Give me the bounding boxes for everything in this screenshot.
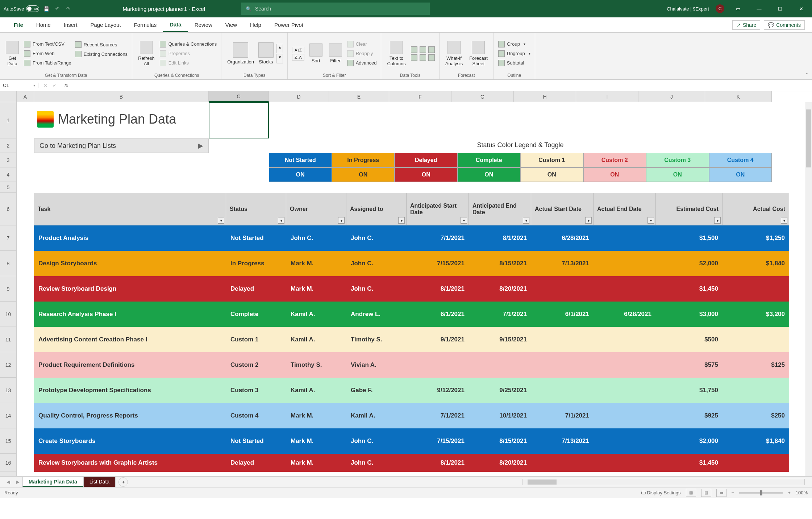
table-cell[interactable]: 8/15/2021: [469, 428, 531, 454]
table-header[interactable]: Task▾: [34, 193, 226, 225]
fx-icon[interactable]: fx: [62, 83, 71, 88]
legend-toggle[interactable]: ON: [520, 167, 583, 182]
table-row[interactable]: Design StoryboardsIn ProgressMark M.John…: [34, 251, 789, 276]
table-cell[interactable]: Timothy S.: [346, 327, 407, 352]
row-header-1[interactable]: 1: [0, 102, 16, 138]
table-cell[interactable]: $575: [656, 352, 723, 378]
table-row[interactable]: Research Analysis Phase ICompleteKamil A…: [34, 302, 789, 327]
filter-dropdown-icon[interactable]: ▾: [781, 217, 787, 224]
col-header-D[interactable]: D: [269, 91, 329, 102]
table-cell[interactable]: [594, 352, 656, 378]
save-icon[interactable]: 💾: [43, 5, 50, 12]
legend-toggle[interactable]: ON: [709, 167, 772, 182]
table-header[interactable]: Status▾: [226, 193, 286, 225]
row-header-14[interactable]: 14: [0, 403, 16, 428]
from-web-button[interactable]: From Web: [24, 50, 71, 58]
row-header-12[interactable]: 12: [0, 352, 16, 378]
row-header-13[interactable]: 13: [0, 378, 16, 403]
row-header-2[interactable]: 2: [0, 138, 16, 153]
scroll-thumb[interactable]: [806, 109, 811, 167]
select-all-corner[interactable]: [0, 91, 17, 102]
table-cell[interactable]: 7/1/2021: [531, 403, 594, 428]
page-break-view-icon[interactable]: ▭: [716, 489, 726, 497]
table-cell[interactable]: 9/1/2021: [407, 327, 469, 352]
forecast-sheet-button[interactable]: Forecast Sheet: [468, 40, 489, 68]
table-cell[interactable]: Design Storyboards: [34, 251, 226, 276]
from-table-button[interactable]: From Table/Range: [24, 59, 71, 67]
legend-toggle[interactable]: ON: [332, 167, 395, 182]
user-name[interactable]: Chalaivate | 9Expert: [667, 6, 709, 12]
table-cell[interactable]: Custom 4: [226, 403, 286, 428]
sort-za-button[interactable]: Z↓A: [292, 54, 304, 61]
row-header-5[interactable]: 5: [0, 182, 16, 193]
tab-page-layout[interactable]: Page Layout: [84, 18, 127, 32]
active-cell[interactable]: [209, 102, 269, 138]
carousel-down-icon[interactable]: ▾: [276, 54, 283, 63]
search-input[interactable]: [255, 6, 425, 12]
undo-icon[interactable]: ↶: [54, 5, 61, 12]
subtotal-button[interactable]: Subtotal: [498, 59, 530, 67]
table-cell[interactable]: $125: [723, 352, 789, 378]
table-cell[interactable]: [594, 327, 656, 352]
relationships-icon[interactable]: [420, 54, 426, 61]
zoom-out-icon[interactable]: −: [732, 490, 734, 495]
sheet-tab[interactable]: Marketing Plan Data: [22, 477, 83, 487]
filter-dropdown-icon[interactable]: ▾: [218, 217, 224, 224]
table-row[interactable]: Product Requirement DefinitionsCustom 2T…: [34, 352, 789, 378]
table-row[interactable]: Quality Control, Progress ReportsCustom …: [34, 403, 789, 428]
add-sheet-button[interactable]: ＋: [118, 477, 128, 487]
table-header[interactable]: Actual Cost▾: [723, 193, 789, 225]
row-header-9[interactable]: 9: [0, 276, 16, 302]
table-header[interactable]: Owner▾: [286, 193, 346, 225]
table-cell[interactable]: Product Requirement Definitions: [34, 352, 226, 378]
table-row[interactable]: Create StoryboardsNot StartedMark M.John…: [34, 428, 789, 454]
table-cell[interactable]: John C.: [346, 276, 407, 302]
table-row[interactable]: Review Storyboard DesignDelayedMark M.Jo…: [34, 276, 789, 302]
table-cell[interactable]: 7/13/2021: [531, 251, 594, 276]
carousel-up-icon[interactable]: ▴: [276, 44, 283, 53]
legend-toggle[interactable]: ON: [269, 167, 332, 182]
table-cell[interactable]: Advertising Content Creation Phase I: [34, 327, 226, 352]
table-cell[interactable]: John C.: [286, 225, 346, 251]
sort-button[interactable]: Sort: [308, 42, 324, 65]
table-cell[interactable]: $1,450: [656, 276, 723, 302]
table-cell[interactable]: Create Storyboards: [34, 428, 226, 454]
refresh-all-button[interactable]: Refresh All: [137, 40, 156, 68]
table-cell[interactable]: $3,000: [656, 302, 723, 327]
filter-dropdown-icon[interactable]: ▾: [398, 217, 405, 224]
col-header-A[interactable]: A: [17, 91, 34, 102]
table-cell[interactable]: [594, 454, 656, 472]
table-cell[interactable]: [594, 378, 656, 403]
table-cell[interactable]: Custom 1: [226, 327, 286, 352]
table-cell[interactable]: Delayed: [226, 454, 286, 472]
table-cell[interactable]: [594, 276, 656, 302]
filter-dropdown-icon[interactable]: ▾: [585, 217, 592, 224]
filter-dropdown-icon[interactable]: ▾: [338, 217, 345, 224]
table-cell[interactable]: $1,840: [723, 251, 789, 276]
collapse-ribbon-icon[interactable]: ⌃: [805, 72, 809, 78]
row-header-7[interactable]: 7: [0, 225, 16, 251]
tab-view[interactable]: View: [219, 18, 243, 32]
table-cell[interactable]: 6/28/2021: [531, 225, 594, 251]
tab-file[interactable]: File: [7, 18, 30, 32]
table-cell[interactable]: 7/13/2021: [531, 428, 594, 454]
normal-view-icon[interactable]: ▦: [686, 489, 696, 497]
table-cell[interactable]: Mark M.: [286, 428, 346, 454]
table-cell[interactable]: $1,500: [656, 225, 723, 251]
table-cell[interactable]: Vivian A.: [346, 352, 407, 378]
table-cell[interactable]: 7/1/2021: [407, 225, 469, 251]
table-cell[interactable]: Andrew L.: [346, 302, 407, 327]
tab-insert[interactable]: Insert: [57, 18, 84, 32]
table-cell[interactable]: Not Started: [226, 428, 286, 454]
table-row[interactable]: Advertising Content Creation Phase ICust…: [34, 327, 789, 352]
table-cell[interactable]: Gabe F.: [346, 378, 407, 403]
organization-data-type[interactable]: Organization: [226, 41, 255, 66]
col-header-C[interactable]: C: [209, 91, 269, 102]
col-header-E[interactable]: E: [329, 91, 389, 102]
table-cell[interactable]: Not Started: [226, 225, 286, 251]
table-cell[interactable]: Complete: [226, 302, 286, 327]
legend-toggle[interactable]: ON: [646, 167, 709, 182]
table-cell[interactable]: 8/1/2021: [407, 454, 469, 472]
table-header[interactable]: Actual Start Date▾: [531, 193, 594, 225]
display-settings-button[interactable]: 🖵 Display Settings: [641, 490, 681, 495]
